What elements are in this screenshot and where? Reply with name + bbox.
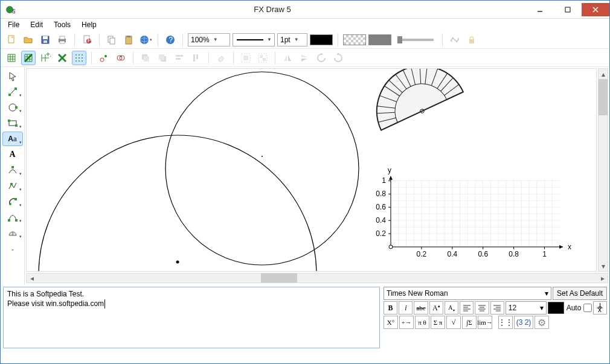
svg-point-89: [9, 203, 11, 205]
text-color-swatch[interactable]: [548, 302, 564, 314]
grid-show-icon[interactable]: [4, 51, 19, 65]
group-icon[interactable]: [239, 51, 253, 65]
snap-intersect-icon[interactable]: [114, 51, 128, 65]
svg-point-54: [75, 57, 77, 59]
opacity-slider[interactable]: [397, 39, 434, 41]
align-right-button[interactable]: [490, 301, 504, 315]
polyline-tool-icon[interactable]: ▾: [2, 179, 23, 193]
bezier-tool-icon[interactable]: ▾: [2, 210, 23, 225]
svg-rect-19: [127, 36, 130, 37]
svg-text:0.2: 0.2: [376, 229, 386, 238]
svg-line-4: [593, 7, 598, 12]
scroll-right-icon[interactable]: ▸: [597, 273, 608, 283]
menu-file[interactable]: File: [3, 19, 24, 30]
separator: [74, 33, 75, 46]
save-icon[interactable]: [38, 33, 53, 47]
degree-button[interactable]: X°: [384, 316, 398, 329]
strike-button[interactable]: abc: [414, 301, 428, 315]
line-color-swatch[interactable]: [310, 34, 333, 45]
fraction-button[interactable]: 1x: [593, 301, 607, 315]
new-file-icon[interactable]: [4, 33, 19, 47]
text-tool-icon[interactable]: Aa▾: [2, 132, 23, 146]
scroll-up-icon[interactable]: ▴: [599, 69, 608, 79]
ungroup-icon[interactable]: [255, 51, 270, 65]
fill-pattern-swatch[interactable]: [343, 34, 366, 45]
axes-graph[interactable]: 0.20.40.60.810.20.40.60.81xy: [367, 168, 572, 265]
svg-rect-6: [8, 36, 14, 43]
help-icon[interactable]: ?: [163, 33, 178, 47]
text-editor[interactable]: This is a Softpedia Test. Please visit w…: [3, 287, 380, 348]
bring-front-icon[interactable]: [155, 51, 170, 65]
grid-dots-icon[interactable]: [72, 51, 86, 65]
close-button[interactable]: [582, 3, 609, 16]
align-top-stack-icon[interactable]: [189, 51, 204, 65]
svg-rect-80: [14, 88, 17, 90]
send-back-icon[interactable]: [138, 51, 153, 65]
arc-tool-icon[interactable]: ▾: [2, 194, 23, 209]
drawing-canvas[interactable]: 0.20.40.60.810.20.40.60.81xy: [26, 68, 597, 272]
rect-tool-icon[interactable]: ▾: [2, 116, 23, 130]
font-size-down-button[interactable]: A▾: [445, 301, 458, 315]
grid-snap-icon[interactable]: [21, 51, 36, 65]
settings-gear-button[interactable]: ⚙: [535, 316, 549, 329]
rotate-right-icon[interactable]: [331, 51, 345, 65]
circle-tool-icon[interactable]: ▾: [2, 100, 23, 115]
fill-color-swatch[interactable]: [368, 34, 391, 45]
scroll-down-icon[interactable]: ▾: [599, 261, 608, 271]
svg-text:0.8: 0.8: [509, 250, 519, 258]
paren-matrix-button[interactable]: (3 2): [514, 316, 533, 329]
align-left-stack-icon[interactable]: [172, 51, 187, 65]
menu-tools[interactable]: Tools: [49, 19, 75, 30]
font-size-combo[interactable]: 12▾: [506, 301, 547, 315]
print-icon[interactable]: [55, 33, 69, 47]
auto-checkbox[interactable]: [583, 304, 592, 312]
font-size-up-button[interactable]: A▴: [429, 301, 443, 315]
vertical-scrollbar[interactable]: ▴ ▾: [598, 68, 608, 272]
scroll-left-icon[interactable]: ◂: [27, 273, 37, 283]
copy-icon[interactable]: [104, 33, 119, 47]
protractor-tool-icon[interactable]: ▾: [2, 226, 23, 240]
line-weight-combo[interactable]: 1pt▼: [277, 33, 307, 46]
sqrt-button[interactable]: √: [446, 316, 461, 329]
snap-point-icon[interactable]: [97, 51, 111, 65]
integral-button[interactable]: ∫Σ: [462, 316, 477, 329]
set-default-button[interactable]: Set As Default: [553, 287, 607, 300]
align-center-button[interactable]: [475, 301, 489, 315]
maximize-button[interactable]: [554, 3, 582, 16]
horizontal-scrollbar[interactable]: ◂ ▸: [26, 273, 608, 283]
grid-label-icon[interactable]: +A: [38, 51, 53, 65]
limit-button[interactable]: lim→: [478, 316, 492, 329]
menu-edit[interactable]: Edit: [25, 19, 48, 30]
unlink-icon[interactable]: [448, 33, 462, 47]
menu-help[interactable]: Help: [77, 19, 101, 30]
paste-icon[interactable]: [121, 33, 136, 47]
more-tools-icon[interactable]: ⌄: [2, 241, 23, 256]
matrix-dots-button[interactable]: ⋮⋮: [498, 316, 513, 329]
rotate-left-icon[interactable]: [314, 51, 329, 65]
font-family-combo[interactable]: Times New Roman▾: [384, 287, 551, 300]
export-pdf-icon[interactable]: P: [80, 33, 94, 47]
menu-bar: File Edit Tools Help: [1, 19, 609, 31]
minimize-button[interactable]: [526, 3, 554, 16]
line-tool-icon[interactable]: ▾: [2, 85, 23, 99]
italic-button[interactable]: i: [399, 301, 413, 315]
eraser-icon[interactable]: [214, 51, 228, 65]
arrow-op-button[interactable]: +→: [399, 316, 414, 329]
open-file-icon[interactable]: [21, 33, 36, 47]
flip-h-icon[interactable]: [280, 51, 295, 65]
bold-button[interactable]: B: [384, 301, 397, 315]
label-tool-icon[interactable]: A: [2, 147, 23, 162]
line-style-combo[interactable]: ▼: [233, 33, 275, 46]
web-icon[interactable]: ▾: [138, 33, 153, 47]
flip-v-icon[interactable]: [297, 51, 312, 65]
svg-rect-66: [144, 56, 149, 62]
lock-icon[interactable]: [464, 33, 479, 47]
pointer-tool-icon[interactable]: [2, 69, 23, 83]
align-left-button[interactable]: [460, 301, 474, 315]
curve-tool-icon[interactable]: ▾: [2, 163, 23, 177]
zoom-combo[interactable]: 100%▼: [188, 33, 230, 46]
sigma-button[interactable]: Σ π: [431, 316, 445, 329]
greek-button[interactable]: π θ: [415, 316, 429, 329]
svg-text:0.6: 0.6: [376, 203, 386, 211]
grid-clear-icon[interactable]: [55, 51, 69, 65]
